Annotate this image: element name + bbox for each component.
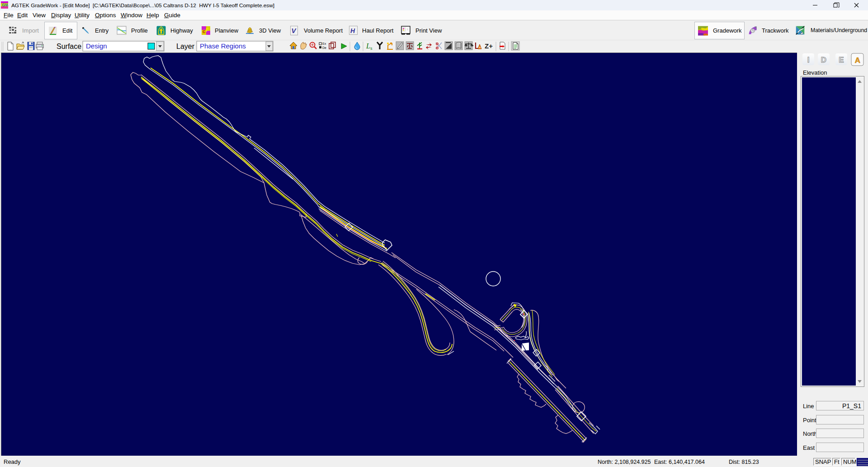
svg-text:I: I bbox=[807, 56, 810, 64]
svg-text:F: F bbox=[206, 27, 209, 33]
svg-text:Phase Regions: Phase Regions bbox=[200, 42, 246, 50]
svg-text:s: s bbox=[370, 46, 373, 51]
svg-text:De: De bbox=[322, 46, 326, 49]
svg-text:L: L bbox=[366, 42, 370, 50]
svg-text:A: A bbox=[855, 56, 860, 65]
svg-text:?: ? bbox=[406, 28, 408, 31]
svg-text:Design: Design bbox=[86, 42, 107, 50]
svg-text:c: c bbox=[203, 29, 205, 34]
svg-text:H: H bbox=[350, 27, 355, 34]
svg-text:E: E bbox=[839, 56, 844, 64]
svg-text:Layer: Layer bbox=[176, 43, 195, 50]
svg-text:Surface: Surface bbox=[57, 43, 81, 50]
svg-text:GW: GW bbox=[2, 3, 8, 7]
svg-text:D: D bbox=[821, 56, 826, 64]
svg-text:Ex: Ex bbox=[322, 42, 326, 45]
svg-text:Z+: Z+ bbox=[485, 42, 493, 50]
